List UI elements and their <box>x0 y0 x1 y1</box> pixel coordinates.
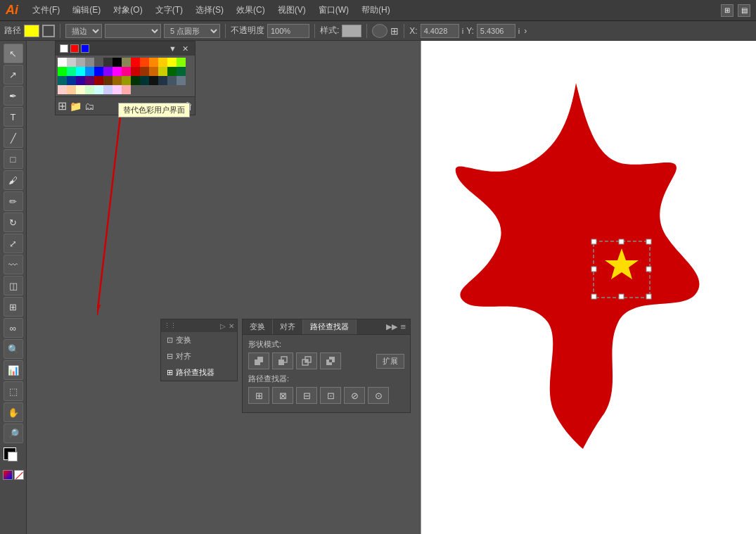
menu-effect[interactable]: 效果(C) <box>231 1 271 19</box>
artboard-tool[interactable]: ⬚ <box>4 381 23 401</box>
swatch-25[interactable] <box>158 67 167 76</box>
swatch-16[interactable] <box>76 67 85 76</box>
canvas-area[interactable]: ▼ ✕ ⊞ 📁 🗂 🗑 替代色彩用户界面 <box>27 41 756 534</box>
layout-btn[interactable]: ▤ <box>738 4 750 17</box>
opacity-input[interactable] <box>267 24 309 38</box>
fill-color[interactable] <box>24 25 39 37</box>
divide-btn[interactable]: ⊞ <box>248 387 269 404</box>
menu-object[interactable]: 对象(O) <box>108 1 148 19</box>
swatch-0[interactable] <box>58 58 67 67</box>
gradient-tool[interactable]: ◫ <box>4 276 23 295</box>
stroke-type-select[interactable]: 描边 <box>65 24 102 38</box>
swatch-45[interactable] <box>85 85 94 94</box>
rotate-tool[interactable]: ↻ <box>4 212 23 232</box>
brush-select[interactable] <box>105 24 161 38</box>
minus-front-btn[interactable] <box>272 352 293 369</box>
swatch-43[interactable] <box>67 85 76 94</box>
type-tool[interactable]: T <box>4 107 23 127</box>
swatch-27[interactable] <box>177 67 186 76</box>
swatch-39[interactable] <box>158 76 167 85</box>
panel-options-btn[interactable]: ▶▶ <box>386 322 397 331</box>
swatch-48[interactable] <box>113 85 122 94</box>
trim-btn[interactable]: ⊠ <box>272 387 293 404</box>
swatch-9[interactable] <box>140 58 149 67</box>
swatch-3[interactable] <box>85 58 94 67</box>
swatch-46[interactable] <box>94 85 103 94</box>
paintbrush-tool[interactable]: 🖌 <box>4 170 23 190</box>
expand-btn[interactable]: 扩展 <box>376 354 404 369</box>
swatch-folder2-btn[interactable]: 🗂 <box>84 101 94 112</box>
swatch-47[interactable] <box>103 85 113 94</box>
swatch-40[interactable] <box>167 76 177 85</box>
none-btn[interactable] <box>14 470 24 480</box>
swatch-folder-btn[interactable]: 📁 <box>70 101 82 112</box>
color-btn[interactable] <box>3 470 13 480</box>
swatch-31[interactable] <box>85 76 94 85</box>
circle-btn[interactable] <box>372 24 387 38</box>
hand-tool[interactable]: ✋ <box>4 402 23 422</box>
tab-pathfinder[interactable]: 路径查找器 <box>303 319 357 334</box>
float-panel-align[interactable]: ⊟ 对齐 <box>161 348 237 364</box>
swatch-add-btn[interactable]: ⊞ <box>58 99 67 113</box>
scale-tool[interactable]: ⤢ <box>4 234 23 253</box>
merge-btn[interactable]: ⊟ <box>296 387 317 404</box>
panel-close-btn[interactable]: ✕ <box>180 44 191 54</box>
unite-btn[interactable] <box>248 352 269 369</box>
style-color[interactable] <box>342 25 361 37</box>
swatch-26[interactable] <box>167 67 177 76</box>
menu-file[interactable]: 文件(F) <box>27 1 65 19</box>
swatch-38[interactable] <box>149 76 158 85</box>
swatch-2[interactable] <box>76 58 85 67</box>
swatch-20[interactable] <box>113 67 122 76</box>
intersect-btn[interactable] <box>296 352 317 369</box>
swatch-28[interactable] <box>58 76 67 85</box>
swatch-34[interactable] <box>113 76 122 85</box>
swatch-41[interactable] <box>177 76 186 85</box>
panel-collapse-btn[interactable]: ▼ <box>167 44 179 54</box>
swatch-13[interactable] <box>177 58 186 67</box>
exclude-btn[interactable] <box>320 352 341 369</box>
swatch-22[interactable] <box>131 67 140 76</box>
swatch-4[interactable] <box>94 58 103 67</box>
swatch-10[interactable] <box>149 58 158 67</box>
tab-transform[interactable]: 变换 <box>243 319 273 334</box>
swatch-18[interactable] <box>94 67 103 76</box>
swatch-42[interactable] <box>58 85 67 94</box>
y-input[interactable] <box>477 24 515 38</box>
stroke-color[interactable] <box>42 25 55 37</box>
mesh-tool[interactable]: ⊞ <box>4 297 23 317</box>
menu-help[interactable]: 帮助(H) <box>356 1 396 19</box>
swatch-11[interactable] <box>158 58 167 67</box>
line-tool[interactable]: ╱ <box>4 128 23 148</box>
warp-tool[interactable]: 〰 <box>4 255 23 274</box>
swatch-19[interactable] <box>103 67 113 76</box>
point-select[interactable]: 5 点圆形 <box>164 24 220 38</box>
swatch-49[interactable] <box>122 85 131 94</box>
panel-menu-btn[interactable]: ≡ <box>400 322 406 332</box>
direct-select-tool[interactable]: ↗ <box>4 65 23 84</box>
blend-tool[interactable]: ∞ <box>4 318 23 338</box>
swatch-21[interactable] <box>122 67 131 76</box>
select-tool[interactable]: ↖ <box>4 44 23 63</box>
zoom-tool[interactable]: 🔎 <box>4 424 23 443</box>
eyedropper-tool[interactable]: 🔍 <box>4 339 23 359</box>
swatch-17[interactable] <box>85 67 94 76</box>
swatch-6[interactable] <box>113 58 122 67</box>
swatch-36[interactable] <box>131 76 140 85</box>
pen-tool[interactable]: ✒ <box>4 86 23 106</box>
graph-tool[interactable]: 📊 <box>4 360 23 380</box>
swatch-32[interactable] <box>94 76 103 85</box>
menu-window[interactable]: 窗口(W) <box>313 1 354 19</box>
swatch-7[interactable] <box>122 58 131 67</box>
menu-select[interactable]: 选择(S) <box>190 1 229 19</box>
menu-edit[interactable]: 编辑(E) <box>67 1 106 19</box>
menu-view[interactable]: 视图(V) <box>272 1 312 19</box>
swatch-5[interactable] <box>103 58 113 67</box>
menu-type[interactable]: 文字(T) <box>150 1 188 19</box>
swatch-15[interactable] <box>67 67 76 76</box>
fill-stroke-indicator[interactable] <box>4 447 23 467</box>
float-panel-transform[interactable]: ⊡ 变换 <box>161 332 237 348</box>
workspace-btn[interactable]: ⊞ <box>721 4 733 17</box>
swatch-8[interactable] <box>131 58 140 67</box>
swatch-24[interactable] <box>149 67 158 76</box>
